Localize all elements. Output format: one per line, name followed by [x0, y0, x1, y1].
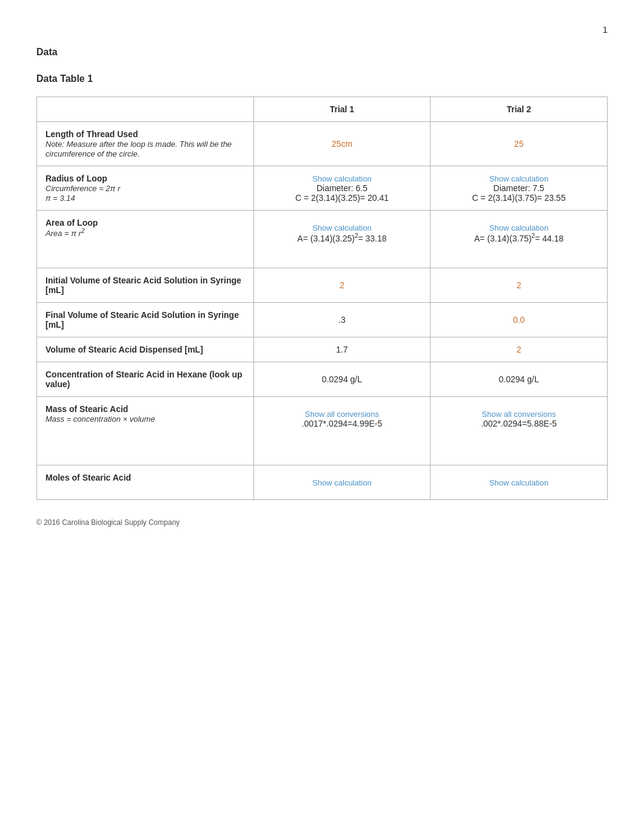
trial2-moles: Show calculation: [431, 465, 608, 499]
page-number: 1: [36, 24, 608, 35]
table-row: Length of Thread Used Note: Measure afte…: [37, 122, 608, 166]
show-calc-moles-t1[interactable]: Show calculation: [312, 478, 372, 487]
trial1-final-volume: .3: [253, 302, 431, 337]
row-label-initial-volume: Initial Volume of Stearic Acid Solution …: [37, 268, 254, 302]
trial2-initial-volume: 2: [431, 268, 608, 302]
table-row: Volume of Stearic Acid Dispensed [mL] 1.…: [37, 337, 608, 362]
trial1-radius: Show calculation Diameter: 6.5 C = 2(3.1…: [253, 166, 431, 211]
table-row: Concentration of Stearic Acid in Hexane …: [37, 362, 608, 396]
show-all-conversions-t2[interactable]: Show all conversions: [482, 410, 556, 419]
col-header-label: [37, 97, 254, 122]
row-label-length: Length of Thread Used Note: Measure afte…: [37, 122, 254, 166]
trial2-length: 25: [431, 122, 608, 166]
trial1-initial-volume: 2: [253, 268, 431, 302]
trial2-volume-dispensed: 2: [431, 337, 608, 362]
trial1-length: 25cm: [253, 122, 431, 166]
row-label-volume-dispensed: Volume of Stearic Acid Dispensed [mL]: [37, 337, 254, 362]
col-header-trial1: Trial 1: [253, 97, 431, 122]
trial1-area: Show calculation A= (3.14)(3.25)2= 33.18: [253, 211, 431, 268]
row-label-moles: Moles of Stearic Acid: [37, 465, 254, 499]
show-calc-area-t2[interactable]: Show calculation: [489, 223, 549, 232]
row-label-radius: Radius of Loop Circumference = 2π rπ = 3…: [37, 166, 254, 211]
show-all-conversions-t1[interactable]: Show all conversions: [305, 410, 379, 419]
table-row: Final Volume of Stearic Acid Solution in…: [37, 302, 608, 337]
footer: © 2016 Carolina Biological Supply Compan…: [36, 518, 608, 527]
show-calc-radius-t2[interactable]: Show calculation: [489, 174, 549, 183]
trial1-moles: Show calculation: [253, 465, 431, 499]
show-calc-area-t1[interactable]: Show calculation: [312, 223, 372, 232]
trial2-radius: Show calculation Diameter: 7.5 C = 2(3.1…: [431, 166, 608, 211]
row-label-mass: Mass of Stearic Acid Mass = concentratio…: [37, 396, 254, 465]
row-label-area: Area of Loop Area = π r2: [37, 211, 254, 268]
trial2-mass: Show all conversions .002*.0294=5.88E-5: [431, 396, 608, 465]
trial2-final-volume: 0.0: [431, 302, 608, 337]
show-calc-radius-t1[interactable]: Show calculation: [312, 174, 372, 183]
trial2-concentration: 0.0294 g/L: [431, 362, 608, 396]
section-title: Data: [36, 47, 608, 58]
trial1-mass: Show all conversions .0017*.0294=4.99E-5: [253, 396, 431, 465]
trial2-area: Show calculation A= (3.14)(3.75)2= 44.18: [431, 211, 608, 268]
row-label-final-volume: Final Volume of Stearic Acid Solution in…: [37, 302, 254, 337]
table-row: Initial Volume of Stearic Acid Solution …: [37, 268, 608, 302]
table-row: Area of Loop Area = π r2 Show calculatio…: [37, 211, 608, 268]
show-calc-moles-t2[interactable]: Show calculation: [489, 478, 549, 487]
trial1-volume-dispensed: 1.7: [253, 337, 431, 362]
data-table: Trial 1 Trial 2 Length of Thread Used No…: [36, 96, 608, 500]
table-row: Mass of Stearic Acid Mass = concentratio…: [37, 396, 608, 465]
trial1-concentration: 0.0294 g/L: [253, 362, 431, 396]
table-title: Data Table 1: [36, 73, 608, 84]
table-row: Radius of Loop Circumference = 2π rπ = 3…: [37, 166, 608, 211]
table-row: Moles of Stearic Acid Show calculation S…: [37, 465, 608, 499]
col-header-trial2: Trial 2: [431, 97, 608, 122]
row-label-concentration: Concentration of Stearic Acid in Hexane …: [37, 362, 254, 396]
